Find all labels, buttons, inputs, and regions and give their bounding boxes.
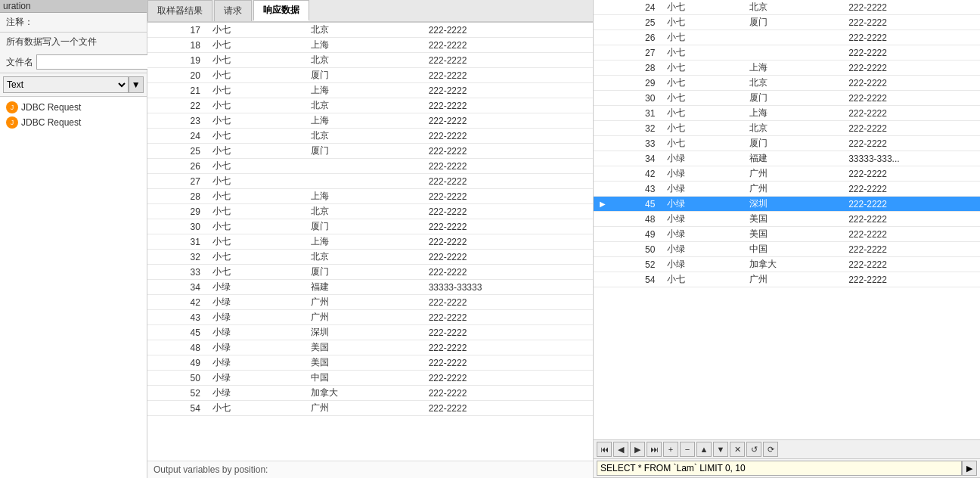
table-row[interactable]: 33 小七 厦门 222-2222 (147, 265, 593, 280)
table-row[interactable]: 34 小绿 福建 33333-333... (594, 151, 980, 166)
table-row[interactable]: 19 小七 北京 222-2222 (147, 53, 593, 68)
table-row[interactable]: 42 小绿 广州 222-2222 (147, 295, 593, 310)
col-city: 美国 (743, 227, 842, 242)
col-phone: 222-2222 (423, 386, 593, 401)
tab-request[interactable]: 请求 (214, 0, 252, 21)
tb-prev-btn[interactable]: ◀ (613, 442, 628, 457)
tb-first-btn[interactable]: ⏮ (597, 442, 612, 457)
tb-refresh-btn[interactable]: ↺ (746, 442, 761, 457)
table-row[interactable]: 25 小七 厦门 222-2222 (147, 144, 593, 159)
table-row[interactable]: 49 小绿 美国 222-2222 (594, 227, 980, 242)
table-row[interactable]: 20 小七 厦门 222-2222 (147, 68, 593, 83)
col-name: 小七 (661, 76, 743, 91)
middle-panel: 取样器结果 请求 响应数据 17 小七 北京 222-2222 18 小七 上海… (147, 0, 594, 478)
table-row[interactable]: 32 小七 北京 222-2222 (594, 121, 980, 136)
table-row[interactable]: 21 小七 上海 222-2222 (147, 83, 593, 98)
col-city: 厦门 (743, 136, 842, 151)
table-row[interactable]: 48 小绿 美国 222-2222 (147, 340, 593, 355)
col-city: 北京 (305, 53, 423, 68)
table-row[interactable]: 24 小七 北京 222-2222 (147, 129, 593, 144)
row-num: 26 (612, 30, 661, 45)
col-name: 小七 (206, 250, 305, 265)
col-city (305, 174, 423, 189)
selector-dropdown[interactable]: Text (3, 76, 129, 93)
table-row[interactable]: 52 小绿 加拿大 222-2222 (147, 386, 593, 401)
table-row[interactable]: 29 小七 北京 222-2222 (147, 204, 593, 219)
table-row[interactable]: 42 小绿 广州 222-2222 (594, 166, 980, 182)
table-row[interactable]: 26 小七 222-2222 (147, 159, 593, 174)
col-city: 加拿大 (305, 386, 423, 401)
table-row[interactable]: 32 小七 北京 222-2222 (147, 250, 593, 265)
table-row[interactable]: 34 小绿 福建 33333-33333 (147, 280, 593, 295)
table-row[interactable]: 31 小七 上海 222-2222 (147, 234, 593, 250)
dropdown-arrow-btn[interactable]: ▼ (129, 76, 144, 93)
col-phone: 222-2222 (423, 371, 593, 386)
table-row[interactable]: 17 小七 北京 222-2222 (147, 23, 593, 38)
table-row[interactable]: 29 小七 北京 222-2222 (594, 76, 980, 91)
tb-remove-btn[interactable]: − (680, 442, 695, 457)
sql-input[interactable] (597, 461, 962, 476)
col-city: 广州 (743, 166, 842, 182)
table-row[interactable]: ▶ 45 小绿 深圳 222-2222 (594, 197, 980, 212)
table-row[interactable]: 27 小七 222-2222 (594, 45, 980, 61)
table-row[interactable]: 25 小七 厦门 222-2222 (594, 15, 980, 30)
row-indicator (594, 15, 612, 30)
table-row[interactable]: 26 小七 222-2222 (594, 30, 980, 45)
col-name: 小绿 (661, 227, 743, 242)
col-name: 小七 (206, 159, 305, 174)
table-row[interactable]: 27 小七 222-2222 (147, 174, 593, 189)
row-num: 19 (147, 53, 206, 68)
table-row[interactable]: 45 小绿 深圳 222-2222 (147, 325, 593, 340)
tb-last-btn[interactable]: ⏭ (647, 442, 662, 457)
table-row[interactable]: 30 小七 厦门 222-2222 (147, 219, 593, 234)
row-indicator (594, 45, 612, 61)
tb-reload-btn[interactable]: ⟳ (763, 442, 778, 457)
filename-input[interactable] (36, 54, 154, 70)
table-row[interactable]: 52 小绿 加拿大 222-2222 (594, 257, 980, 272)
col-phone: 222-2222 (423, 23, 593, 38)
table-row[interactable]: 54 小七 广州 222-2222 (147, 401, 593, 416)
table-row[interactable]: 30 小七 厦门 222-2222 (594, 91, 980, 106)
col-phone: 33333-33333 (423, 280, 593, 295)
col-city: 广州 (743, 182, 842, 197)
col-name: 小绿 (206, 340, 305, 355)
table-row[interactable]: 48 小绿 美国 222-2222 (594, 212, 980, 227)
table-row[interactable]: 43 小绿 广州 222-2222 (594, 182, 980, 197)
tabs-row: 取样器结果 请求 响应数据 (147, 0, 593, 23)
col-name: 小绿 (661, 212, 743, 227)
table-row[interactable]: 18 小七 上海 222-2222 (147, 38, 593, 53)
table-row[interactable]: 28 小七 上海 222-2222 (594, 61, 980, 76)
tb-cancel-btn[interactable]: ✕ (730, 442, 745, 457)
col-city: 美国 (743, 212, 842, 227)
table-row[interactable]: 50 小绿 中国 222-2222 (147, 371, 593, 386)
row-num: 43 (612, 182, 661, 197)
table-row[interactable]: 28 小七 上海 222-2222 (147, 189, 593, 204)
table-row[interactable]: 31 小七 上海 222-2222 (594, 106, 980, 121)
results-area: 17 小七 北京 222-2222 18 小七 上海 222-2222 19 小… (147, 23, 593, 461)
col-name: 小七 (206, 83, 305, 98)
tab-sampler-results[interactable]: 取样器结果 (147, 0, 212, 21)
table-row[interactable]: 22 小七 北京 222-2222 (147, 98, 593, 113)
tree-item-2[interactable]: J JDBC Request (3, 115, 144, 130)
row-num: 18 (147, 38, 206, 53)
row-num: 24 (147, 129, 206, 144)
table-row[interactable]: 50 小绿 中国 222-2222 (594, 242, 980, 257)
tb-add-btn[interactable]: + (663, 442, 678, 457)
table-row[interactable]: 43 小绿 广州 222-2222 (147, 310, 593, 325)
table-row[interactable]: 33 小七 厦门 222-2222 (594, 136, 980, 151)
tb-down-btn[interactable]: ▼ (713, 442, 728, 457)
col-phone: 222-2222 (842, 257, 980, 272)
table-row[interactable]: 23 小七 上海 222-2222 (147, 113, 593, 129)
tb-next-btn[interactable]: ▶ (630, 442, 645, 457)
table-row[interactable]: 54 小七 广州 222-2222 (594, 272, 980, 287)
tab-response-data[interactable]: 响应数据 (253, 0, 309, 21)
tb-up-btn[interactable]: ▲ (696, 442, 712, 457)
tree-item-1[interactable]: J JDBC Request (3, 100, 144, 115)
table-row[interactable]: 49 小绿 美国 222-2222 (147, 355, 593, 371)
table-row[interactable]: 24 小七 北京 222-2222 (594, 0, 980, 15)
col-city: 上海 (743, 106, 842, 121)
col-phone: 222-2222 (423, 340, 593, 355)
tree-area: J JDBC Request J JDBC Request (0, 97, 147, 478)
sql-go-btn[interactable]: ▶ (962, 461, 977, 476)
col-name: 小绿 (661, 166, 743, 182)
